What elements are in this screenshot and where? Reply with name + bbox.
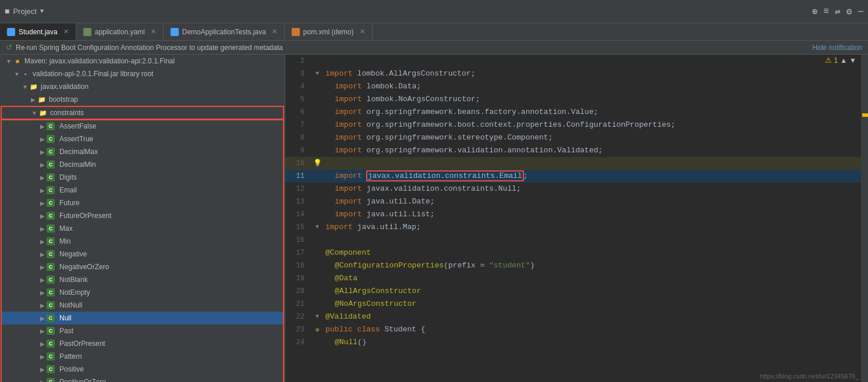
line-num-13: 13	[285, 195, 311, 208]
tree-label-decimalmax: DecimalMax	[59, 148, 98, 156]
list-icon[interactable]: ≡	[824, 6, 830, 17]
line-num-12: 12	[285, 183, 311, 195]
tree-item-max[interactable]: ▶ C Max	[1, 222, 284, 235]
gutter-15: ▼	[311, 221, 323, 234]
project-label[interactable]: Project	[13, 7, 36, 16]
scroll-up-icon[interactable]: ▲	[840, 56, 847, 65]
tab-application-close[interactable]: ✕	[151, 28, 156, 35]
tab-application[interactable]: application.yaml ✕	[76, 23, 164, 40]
gutter-23: ◉	[311, 323, 323, 336]
tree-label-null: Null	[59, 314, 72, 322]
folder-icon-constraints: 📁	[38, 108, 48, 117]
line-num-2: 2	[285, 55, 311, 67]
class-icon-asserttrue: C	[47, 135, 55, 143]
tree-item-maven-root[interactable]: ▼ ■ Maven: javax.validation:validation-a…	[0, 55, 285, 67]
globe-icon[interactable]: ⊕	[812, 6, 818, 17]
tree-label-negativeorzero: NegativeOrZero	[59, 263, 109, 271]
tree-label-negative: Negative	[59, 250, 87, 258]
hide-notification-button[interactable]: Hide notification	[813, 44, 862, 52]
tree-item-bootstrap[interactable]: ▶ 📁 bootstrap	[0, 93, 285, 106]
code-line-18: 18 @ConfigurationProperties(prefix = "st…	[285, 259, 868, 272]
tree-item-notblank[interactable]: ▶ C NotBlank	[1, 273, 284, 286]
arrow-email: ▶	[38, 187, 47, 194]
tree-item-past[interactable]: ▶ C Past	[1, 324, 284, 337]
code-line-9: 9 import org.springframework.validation.…	[285, 144, 868, 157]
tab-student-close[interactable]: ✕	[63, 28, 69, 35]
notification-text: Re-run Spring Boot Configuration Annotat…	[16, 44, 283, 52]
tree-item-positive[interactable]: ▶ C Positive	[1, 363, 284, 376]
tree-item-decimalmin[interactable]: ▶ C DecimalMin	[1, 158, 284, 171]
tree-item-negativeorzero[interactable]: ▶ C NegativeOrZero	[1, 260, 284, 273]
minimize-icon[interactable]: —	[858, 6, 863, 17]
arrow-decimalmin: ▶	[38, 162, 47, 168]
arrow-decimalmax: ▶	[38, 149, 47, 155]
tree-item-notempty[interactable]: ▶ C NotEmpty	[1, 286, 284, 299]
code-22: @Validated	[323, 310, 868, 323]
tree-item-future[interactable]: ▶ C Future	[1, 197, 284, 209]
tree-item-digits[interactable]: ▶ C Digits	[1, 171, 284, 184]
tree-item-notnull[interactable]: ▶ C NotNull	[1, 299, 284, 312]
tree-item-assertfalse[interactable]: ▶ C AssertFalse	[1, 120, 284, 133]
tree-item-min[interactable]: ▶ C Min	[1, 235, 284, 248]
tree-item-pastorpresent[interactable]: ▶ C PastOrPresent	[1, 337, 284, 350]
tree-item-constraints[interactable]: ▼ 📁 constraints	[1, 106, 284, 119]
tree-item-null[interactable]: ▶ C Null	[1, 312, 284, 324]
toolbar-icons: ⊕ ≡ ⇌ ⚙ —	[812, 6, 863, 17]
class-icon-decimalmax: C	[47, 148, 55, 156]
tree-item-email[interactable]: ▶ C Email	[1, 184, 284, 197]
code-line-7: 7 import org.springframework.boot.contex…	[285, 119, 868, 131]
arrow-min: ▶	[38, 238, 47, 245]
arrow-past: ▶	[38, 328, 47, 334]
tab-student[interactable]: Student.java ✕	[0, 23, 76, 40]
notification-bar: ↺ Re-run Spring Boot Configuration Annot…	[0, 41, 868, 55]
code-editor[interactable]: ⚠ 1 ▲ ▼ 2 3 ▼ import lombok.AllArgsConst…	[285, 55, 868, 382]
arrow-digits: ▶	[38, 174, 47, 181]
code-line-3: 3 ▼ import lombok.AllArgsConstructor;	[285, 67, 868, 80]
tree-item-jar[interactable]: ▼ ▪ validation-api-2.0.1.Final.jar libra…	[0, 67, 285, 80]
tree-label-asserttrue: AssertTrue	[59, 135, 93, 143]
tab-pom[interactable]: pom.xml (demo) ✕	[285, 23, 373, 40]
tree-item-negative[interactable]: ▶ C Negative	[1, 248, 284, 260]
scroll-down-icon[interactable]: ▼	[849, 56, 856, 65]
rerun-icon: ↺	[6, 43, 12, 52]
code-12: import javax.validation.constraints.Null…	[323, 183, 868, 195]
arrow-futureorpresent: ▶	[38, 213, 47, 219]
gutter-3: ▼	[311, 67, 323, 80]
tree-item-futureorpresent[interactable]: ▶ C FutureOrPresent	[1, 209, 284, 222]
class-icon-decimalmin: C	[47, 160, 55, 169]
error-count-badge: 1	[834, 56, 838, 65]
code-5: import lombok.NoArgsConstructor;	[323, 93, 868, 106]
class-icon-max: C	[47, 224, 55, 233]
line-num-4: 4	[285, 80, 311, 93]
tree-item-asserttrue[interactable]: ▶ C AssertTrue	[1, 133, 284, 145]
tree-item-positiveorzero[interactable]: ▶ C PositiveOrZero	[1, 376, 284, 382]
warning-bulb-icon: 💡	[313, 157, 322, 170]
tree-item-javax-validation[interactable]: ▼ 📁 javax.validation	[0, 80, 285, 93]
arrow-constraints: ▼	[30, 110, 38, 116]
tree-label-future: Future	[59, 199, 80, 207]
class-icon-min: C	[47, 237, 55, 245]
settings-icon[interactable]: ⚙	[846, 6, 852, 17]
tab-pom-close[interactable]: ✕	[360, 28, 365, 35]
tree-item-pattern[interactable]: ▶ C Pattern	[1, 350, 284, 363]
line-num-16: 16	[285, 234, 311, 247]
code-scroll: 2 3 ▼ import lombok.AllArgsConstructor; …	[285, 55, 868, 349]
line-num-20: 20	[285, 285, 311, 298]
line-num-8: 8	[285, 131, 311, 144]
tab-demo[interactable]: DemoApplicationTests.java ✕	[164, 23, 285, 40]
dropdown-icon[interactable]: ▼	[40, 8, 44, 15]
code-7: import org.springframework.boot.context.…	[323, 119, 868, 131]
code-line-20: 20 @AllArgsConstructor	[285, 285, 868, 298]
tree-label-pattern: Pattern	[59, 352, 82, 360]
tab-demo-close[interactable]: ✕	[272, 28, 277, 35]
watermark: https://blog.csdn.net/lwl12345678_	[760, 373, 859, 380]
tree-label-notblank: NotBlank	[59, 276, 88, 284]
class-icon-notblank: C	[47, 276, 55, 284]
tree-item-decimalmax[interactable]: ▶ C DecimalMax	[1, 145, 284, 158]
sync-icon[interactable]: ⇌	[835, 6, 841, 17]
line-num-22: 22	[285, 310, 311, 323]
tree-label-positive: Positive	[59, 365, 84, 373]
line-num-9: 9	[285, 144, 311, 157]
code-23: public class Student {	[323, 323, 868, 336]
code-4: import lombok.Data;	[323, 80, 868, 93]
